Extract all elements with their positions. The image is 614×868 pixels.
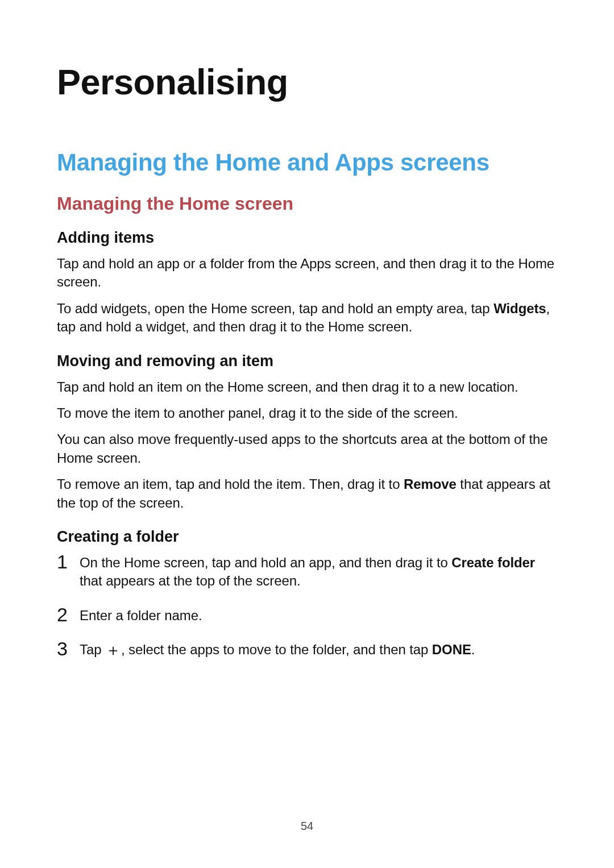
text-span: .: [471, 642, 475, 657]
bold-done: DONE: [432, 642, 471, 657]
topic-adding-items: Adding items Tap and hold an app or a fo…: [57, 229, 557, 337]
topic-title-folder: Creating a folder: [57, 528, 557, 546]
step-2: Enter a folder name.: [57, 607, 557, 625]
step-3: Tap ＋, select the apps to move to the fo…: [57, 641, 557, 659]
bold-create-folder: Create folder: [451, 555, 535, 570]
body-text: To remove an item, tap and hold the item…: [57, 475, 557, 512]
page: Personalising Managing the Home and Apps…: [0, 0, 614, 868]
text-span: To add widgets, open the Home screen, ta…: [57, 301, 493, 316]
text-span: Tap: [80, 642, 105, 657]
section-title: Managing the Home and Apps screens: [57, 149, 557, 176]
step-1: On the Home screen, tap and hold an app,…: [57, 554, 557, 591]
text-span: To remove an item, tap and hold the item…: [57, 476, 404, 492]
topic-title-adding: Adding items: [57, 229, 557, 247]
subsection-title: Managing the Home screen: [57, 193, 557, 214]
chapter-title: Personalising: [57, 61, 557, 102]
steps-list: On the Home screen, tap and hold an app,…: [57, 554, 557, 659]
bold-remove: Remove: [404, 476, 457, 492]
text-span: that appears at the top of the screen.: [80, 573, 300, 588]
body-text: You can also move frequently-used apps t…: [57, 430, 557, 467]
body-text: To move the item to another panel, drag …: [57, 404, 557, 422]
body-text: Tap and hold an item on the Home screen,…: [57, 378, 557, 396]
page-number: 54: [0, 820, 614, 833]
body-text: To add widgets, open the Home screen, ta…: [57, 300, 557, 337]
topic-title-moving: Moving and removing an item: [57, 352, 557, 370]
topic-moving-item: Moving and removing an item Tap and hold…: [57, 352, 557, 512]
bold-widgets: Widgets: [493, 301, 546, 316]
text-span: On the Home screen, tap and hold an app,…: [80, 555, 451, 570]
topic-creating-folder: Creating a folder On the Home screen, ta…: [57, 528, 557, 659]
body-text: Tap and hold an app or a folder from the…: [57, 255, 557, 292]
text-span: , select the apps to move to the folder,…: [121, 642, 432, 657]
